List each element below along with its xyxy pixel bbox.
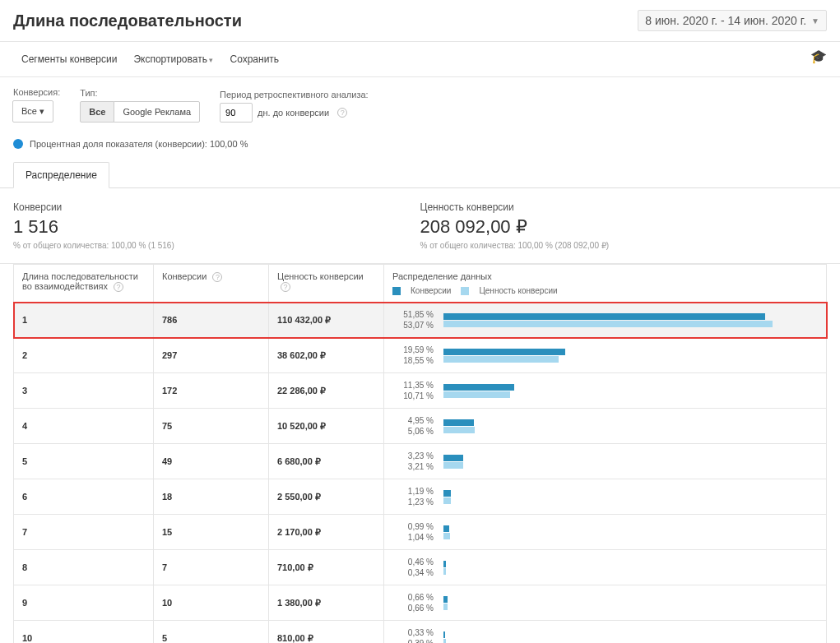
help-icon[interactable]: ? <box>212 272 222 282</box>
table-row[interactable]: 1786110 432,00 ₽51,85 %53,07 % <box>14 303 827 338</box>
cell-seq: 4 <box>14 409 154 444</box>
retro-label: Период ретроспективного анализа: <box>220 90 369 99</box>
cell-val: 6 680,00 ₽ <box>269 444 384 479</box>
cell-conv: 297 <box>154 338 269 373</box>
cell-conv: 15 <box>154 515 269 550</box>
th-seq[interactable]: Длина последовательности во взаимодейств… <box>14 265 154 303</box>
cell-val: 22 286,00 ₽ <box>269 373 384 409</box>
cell-conv: 172 <box>154 373 269 409</box>
date-range-text: 8 июн. 2020 г. - 14 июн. 2020 г. <box>645 14 806 27</box>
table-row[interactable]: 229738 602,00 ₽19,59 %18,55 % <box>14 338 827 373</box>
legend-square-dark-icon <box>392 287 401 295</box>
summary-value-sub: % от общего количества: 100,00 % (208 09… <box>420 241 811 250</box>
education-icon[interactable]: 🎓 <box>810 49 827 64</box>
legend-square-light-icon <box>461 287 469 295</box>
table-row[interactable]: 9101 380,00 ₽0,66 %0,66 % <box>14 585 827 621</box>
table-row[interactable]: 6182 550,00 ₽1,19 %1,23 % <box>14 479 827 515</box>
type-google-button[interactable]: Google Реклама <box>114 101 200 123</box>
cell-conv: 7 <box>154 550 269 585</box>
data-table: Длина последовательности во взаимодейств… <box>13 264 827 643</box>
cell-val: 810,00 ₽ <box>269 621 384 644</box>
help-icon[interactable]: ? <box>281 282 290 292</box>
cell-conv: 786 <box>154 303 269 338</box>
table-row[interactable]: 5496 680,00 ₽3,23 %3,21 % <box>14 444 827 479</box>
cell-seq: 9 <box>14 585 154 621</box>
cell-conv: 49 <box>154 444 269 479</box>
export-button[interactable]: Экспортировать <box>125 49 221 70</box>
cell-val: 2 170,00 ₽ <box>269 515 384 550</box>
type-all-button[interactable]: Все <box>80 101 114 123</box>
table-row[interactable]: 47510 520,00 ₽4,95 %5,06 % <box>14 409 827 444</box>
chevron-down-icon: ▼ <box>811 16 819 25</box>
cell-seq: 8 <box>14 550 154 585</box>
help-icon[interactable]: ? <box>337 108 347 118</box>
cell-conv: 18 <box>154 479 269 515</box>
th-val[interactable]: Ценность конверсии ? <box>269 265 384 303</box>
table-row[interactable]: 7152 170,00 ₽0,99 %1,04 % <box>14 515 827 550</box>
cell-val: 1 380,00 ₽ <box>269 585 384 621</box>
table-row[interactable]: 87710,00 ₽0,46 %0,34 % <box>14 550 827 585</box>
cell-dist: 0,33 %0,39 % <box>384 621 827 644</box>
th-conv[interactable]: Конверсии ? <box>154 265 269 303</box>
conversion-label: Конверсия: <box>13 87 60 97</box>
type-label: Тип: <box>80 88 200 98</box>
table-row[interactable]: 317222 286,00 ₽11,35 %10,71 % <box>14 373 827 409</box>
cell-seq: 5 <box>14 444 154 479</box>
cell-dist: 1,19 %1,23 % <box>384 479 827 515</box>
cell-dist: 51,85 %53,07 % <box>384 303 827 338</box>
summary-value-value: 208 092,00 ₽ <box>420 216 811 238</box>
cell-seq: 6 <box>14 479 154 515</box>
conversion-all-button[interactable]: Все ▾ <box>12 100 53 123</box>
th-dist: Распределение данных Конверсии Ценность … <box>384 265 827 303</box>
cell-val: 10 520,00 ₽ <box>269 409 384 444</box>
date-range-picker[interactable]: 8 июн. 2020 г. - 14 июн. 2020 г. ▼ <box>638 10 827 31</box>
save-button[interactable]: Сохранить <box>221 49 287 70</box>
cell-val: 710,00 ₽ <box>269 550 384 585</box>
summary-conversions-label: Конверсии <box>13 201 404 213</box>
cell-dist: 0,66 %0,66 % <box>384 585 827 621</box>
tab-distribution[interactable]: Распределение <box>13 162 109 188</box>
summary-value-label: Ценность конверсии <box>420 201 811 213</box>
cell-conv: 5 <box>154 621 269 644</box>
cell-seq: 7 <box>14 515 154 550</box>
page-title: Длина последовательности <box>13 12 242 30</box>
cell-dist: 19,59 %18,55 % <box>384 338 827 373</box>
cell-conv: 75 <box>154 409 269 444</box>
cell-dist: 4,95 %5,06 % <box>384 409 827 444</box>
summary-conversions-value: 1 516 <box>13 216 404 238</box>
legend-text: Процентная доля показателя (конверсии): … <box>30 139 248 149</box>
cell-dist: 11,35 %10,71 % <box>384 373 827 409</box>
legend-dot-icon <box>13 139 23 149</box>
table-row[interactable]: 105810,00 ₽0,33 %0,39 % <box>14 621 827 644</box>
segments-button[interactable]: Сегменты конверсии <box>13 49 125 70</box>
cell-conv: 10 <box>154 585 269 621</box>
help-icon[interactable]: ? <box>114 282 123 292</box>
cell-val: 110 432,00 ₽ <box>269 303 384 338</box>
summary-conversions-sub: % от общего количества: 100,00 % (1 516) <box>13 241 404 250</box>
cell-val: 2 550,00 ₽ <box>269 479 384 515</box>
retro-unit: дн. до конверсии <box>258 108 329 118</box>
cell-seq: 2 <box>14 338 154 373</box>
cell-val: 38 602,00 ₽ <box>269 338 384 373</box>
cell-seq: 10 <box>14 621 154 644</box>
cell-dist: 0,46 %0,34 % <box>384 550 827 585</box>
cell-dist: 3,23 %3,21 % <box>384 444 827 479</box>
cell-seq: 1 <box>14 303 154 338</box>
cell-seq: 3 <box>14 373 154 409</box>
retro-days-input[interactable] <box>220 103 253 123</box>
cell-dist: 0,99 %1,04 % <box>384 515 827 550</box>
